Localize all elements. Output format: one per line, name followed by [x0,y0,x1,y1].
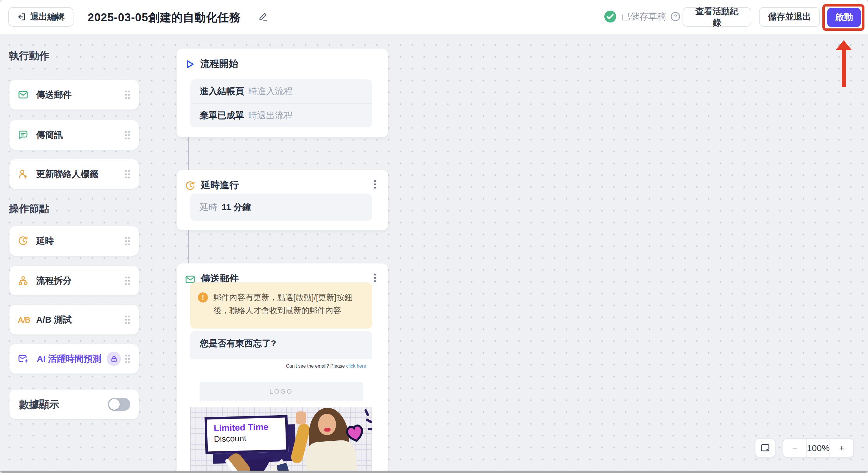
drag-handle-icon[interactable] [124,236,130,246]
node-send-email[interactable]: 傳送郵件 ! 郵件內容有更新，點選[啟動]/[更新]按鈕後，聯絡人才會收到最新的… [177,264,388,473]
node-title-label: 延時進行 [201,179,239,192]
annotation-arrow-shaft [842,49,846,87]
palette-item-label: AI 活躍時間預測 [37,353,101,364]
play-icon [185,59,195,69]
drag-handle-icon[interactable] [124,130,130,140]
drag-handle-icon[interactable] [124,276,130,285]
top-toolbar: 退出編輯 2025-03-05創建的自動化任務 已儲存草稿 ? 查看活動紀錄 儲… [0,0,868,34]
data-display-toggle[interactable] [108,398,130,411]
view-activity-log-button[interactable]: 查看活動紀錄 [683,7,751,27]
section-heading-actions: 執行動作 [9,49,49,63]
palette-item-label: 更新聯絡人標籤 [36,168,124,180]
palette-item-label: 傳送郵件 [36,89,124,100]
delay-value: 11 分鐘 [222,202,251,213]
save-and-exit-button[interactable]: 儲存並退出 [759,7,820,27]
palette-item-delay[interactable]: 延時 [9,226,138,256]
email-update-warning: ! 郵件內容有更新，點選[啟動]/[更新]按鈕後，聯絡人才會收到最新的郵件內容 [190,282,372,329]
woman-face-shape [318,414,336,435]
node-title-label: 流程開始 [200,58,238,70]
warning-icon: ! [198,293,208,303]
start-rules-panel: 進入結帳頁 時進入流程 棄單已成單 時退出流程 [190,79,372,127]
exit-edit-button[interactable]: 退出編輯 [8,7,73,27]
peace-hand-shape [296,411,306,425]
exit-rule-row: 棄單已成單 時退出流程 [190,104,372,127]
promo-banner-image: Limited Time Discount [190,407,372,473]
accent-dash [368,428,372,431]
clock-icon [185,180,195,191]
promo-line1: Limited Time [214,421,286,433]
person-plus-icon [18,169,28,179]
drag-handle-icon[interactable] [124,169,130,179]
kebab-menu-icon[interactable] [374,273,376,282]
rule-suffix: 時退出流程 [248,110,293,121]
ab-icon: A/B [18,315,28,324]
rule-condition: 棄單已成單 [200,110,244,121]
entry-rule-row: 進入結帳頁 時進入流程 [190,79,372,103]
check-circle-icon [604,10,617,23]
palette-item-flow-split[interactable]: 流程拆分 [9,266,138,295]
drag-handle-icon[interactable] [124,90,130,99]
data-display-toggle-card: 數據顯示 [9,390,138,419]
palette-item-send-email[interactable]: 傳送郵件 [9,80,138,109]
mail-icon [18,90,28,100]
fit-view-icon [760,443,770,453]
palette-item-label: 流程拆分 [36,275,124,286]
rule-condition: 進入結帳頁 [200,86,244,97]
workflow-canvas[interactable]: 執行動作 傳送郵件 傳簡訊 更新聯絡人標籤 [0,34,868,473]
palette-item-label: A/B 測試 [36,314,124,325]
fit-view-button[interactable] [755,438,776,458]
zoom-in-button[interactable]: + [830,439,853,457]
drag-handle-icon[interactable] [124,354,130,364]
palette-item-label: 傳簡訊 [36,129,124,141]
clock-icon [18,236,28,246]
delay-value-panel: 延時 11 分鐘 [190,194,372,221]
email-body-preview: Can't see the email? Please click here L… [190,359,372,473]
rule-suffix: 時進入流程 [248,86,293,97]
palette-item-update-contact-tags[interactable]: 更新聯絡人標籤 [9,159,138,189]
heart-icon [343,421,367,445]
email-preview-panel: 您是否有東西忘了? Can't see the email? Please cl… [190,331,372,473]
draft-status-label: 已儲存草稿 [622,11,666,22]
data-display-label: 數據顯示 [19,398,108,411]
kebab-menu-icon[interactable] [374,179,376,189]
zoom-control-group: − 100% + [783,438,854,458]
split-icon [18,275,28,286]
logo-placeholder: LOGO [200,382,363,401]
promo-line2: Discount [214,433,286,444]
palette-item-send-sms[interactable]: 傳簡訊 [9,120,138,150]
woman-lips-shape [324,428,331,432]
node-delay[interactable]: 延時進行 延時 11 分鐘 [177,170,388,230]
edit-title-icon[interactable] [258,12,268,21]
section-heading-nodes: 操作節點 [9,202,49,215]
speech-bubble: Limited Time Discount [205,415,288,454]
ai-mail-icon [18,353,29,364]
palette-item-label: 延時 [36,235,124,246]
exit-edit-label: 退出編輯 [30,11,65,23]
annotation-arrow-head [835,40,852,50]
help-icon[interactable]: ? [671,12,680,21]
email-subject: 您是否有東西忘了? [200,338,276,349]
toggle-knob [109,399,120,410]
sms-icon [18,130,28,140]
click-here-link[interactable]: click here [346,364,366,369]
exit-icon [17,12,26,21]
page-title: 2025-03-05創建的自動化任務 [88,10,241,26]
zoom-level-display: 100% [806,439,830,457]
app-window: 退出編輯 2025-03-05創建的自動化任務 已儲存草稿 ? 查看活動紀錄 儲… [0,0,868,473]
delay-label: 延時 [200,202,217,213]
draft-status: 已儲存草稿 ? [604,10,680,23]
delay-row: 延時 11 分鐘 [190,194,372,221]
flow-connector [188,230,189,264]
window-bottom-edge [0,471,868,473]
lock-icon [107,352,121,366]
svg-text:?: ? [674,13,677,20]
palette-item-ai-send-time[interactable]: AI 活躍時間預測 [9,344,138,374]
flow-connector [188,137,189,170]
zoom-out-button[interactable]: − [783,439,806,457]
launch-button[interactable]: 啟動 [827,8,861,27]
webview-link-line: Can't see the email? Please click here [286,364,366,369]
drag-handle-icon[interactable] [124,315,130,325]
node-flow-start[interactable]: 流程開始 進入結帳頁 時進入流程 棄單已成單 時退出流程 [177,48,388,137]
palette-item-ab-test[interactable]: A/B A/B 測試 [9,305,138,335]
accent-dash [364,409,369,416]
